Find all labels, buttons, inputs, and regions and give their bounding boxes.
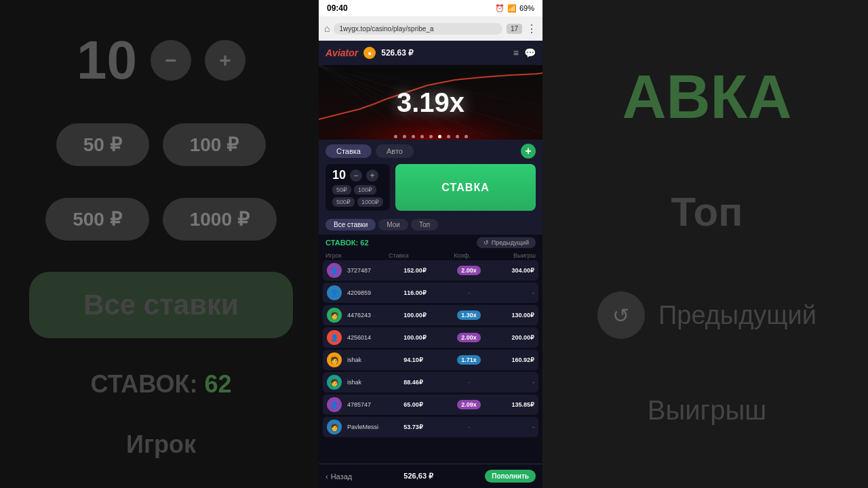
coef-dash: - xyxy=(468,424,470,430)
bg-50-btn[interactable]: 50 ₽ xyxy=(56,123,149,166)
bg-stavok-label: СТАВОК: xyxy=(91,370,198,399)
filter-top[interactable]: Топ xyxy=(411,219,438,230)
player-name: ishak xyxy=(344,357,401,363)
browser-bar: ⌂ 1wygx.top/casino/play/spribe_a 17 ⋮ xyxy=(319,16,542,41)
table-row: 🧑PavleMessi53.73₽-- xyxy=(323,417,538,437)
avatar: 👤 xyxy=(327,330,342,345)
filter-tabs: Все ставки Мои Топ xyxy=(319,215,542,235)
dot-6 xyxy=(438,135,441,138)
filter-all[interactable]: Все ставки xyxy=(326,219,376,230)
dot-1 xyxy=(394,135,397,138)
table-row: 👤4209859116.00₽-- xyxy=(323,283,538,303)
dot-3 xyxy=(412,135,415,138)
bg-minus-btn[interactable]: − xyxy=(151,40,191,81)
bg-history-icon: ↺ xyxy=(597,291,645,339)
win-cell: 200.00₽ xyxy=(490,334,534,341)
coin-icon: ● xyxy=(363,47,376,59)
player-name: 4256014 xyxy=(344,334,401,341)
bg-vigrysh-text: Выигрыш xyxy=(648,395,766,426)
dot-2 xyxy=(403,135,406,138)
bet-minus-btn[interactable]: − xyxy=(350,169,362,182)
bet-amount-cell: 94.10₽ xyxy=(403,357,448,363)
bet-amount-cell: 100.00₽ xyxy=(403,312,448,319)
bets-count-label: СТАВОК: 62 xyxy=(326,239,369,247)
bg-quick-bets: 50 ₽ 100 ₽ xyxy=(56,123,266,166)
url-bar[interactable]: 1wygx.top/casino/play/spribe_a xyxy=(334,23,502,35)
coef-cell: 2.09x xyxy=(451,400,487,409)
bg-all-bets-btn[interactable]: Все ставки xyxy=(29,272,293,338)
bg-500-btn[interactable]: 500 ₽ xyxy=(45,198,149,241)
coef-cell: - xyxy=(451,289,487,296)
deposit-button[interactable]: Пополнить xyxy=(485,470,536,483)
dot-5 xyxy=(429,135,433,138)
bg-100-btn[interactable]: 100 ₽ xyxy=(163,123,267,166)
bet-amount-cell: 116.00₽ xyxy=(403,289,448,296)
dot-7 xyxy=(447,135,450,138)
win-cell: - xyxy=(490,379,534,386)
betting-area: Ставка Авто + 10 − + 50₽ 100₽ 500₽ xyxy=(319,140,542,215)
alarm-icon: ⏰ xyxy=(495,4,505,13)
tab-stavka[interactable]: Ставка xyxy=(326,144,372,158)
dot-9 xyxy=(465,135,468,138)
coef-cell: 2.00x xyxy=(451,333,487,342)
bg-quick-bets-2: 500 ₽ 1000 ₽ xyxy=(45,198,277,241)
prev-round-btn[interactable]: ↺ Предыдущий xyxy=(477,237,536,248)
col-win-header: Выигрш xyxy=(484,252,536,259)
back-button[interactable]: ‹ Назад xyxy=(326,472,352,481)
bet-amount-cell: 53.73₽ xyxy=(403,424,448,430)
win-cell: - xyxy=(490,289,534,296)
column-headers: Игрок Ставка Коэф. Выигрш xyxy=(319,251,542,260)
win-cell: 304.00₽ xyxy=(490,267,534,274)
dot-8 xyxy=(456,135,459,138)
game-area: 3.19x xyxy=(319,65,542,140)
bet-plus-btn[interactable]: + xyxy=(366,169,378,182)
signal-icon: 📶 xyxy=(507,4,517,13)
coef-cell: - xyxy=(451,379,487,386)
browser-menu-icon[interactable]: ⋮ xyxy=(526,22,537,35)
bg-plus-btn[interactable]: + xyxy=(205,40,245,81)
coef-badge: 2.00x xyxy=(457,266,481,275)
history-icon: ↺ xyxy=(484,239,489,246)
tab-counter[interactable]: 17 xyxy=(507,24,522,34)
player-name: 4209859 xyxy=(344,289,401,296)
battery-icon: 69% xyxy=(519,4,534,12)
app-header: Aviator ● 526.63 ₽ ≡ 💬 xyxy=(319,41,542,65)
add-tab-btn[interactable]: + xyxy=(521,144,536,159)
avatar: 👤 xyxy=(327,285,342,300)
win-cell: 130.00₽ xyxy=(490,312,534,319)
quick-bet-1000[interactable]: 1000₽ xyxy=(357,197,383,207)
col-coef-header: Коэф. xyxy=(441,252,484,259)
quick-bets-row: 50₽ 100₽ xyxy=(332,185,383,195)
bet-row: 10 − + 50₽ 100₽ 500₽ 1000₽ СТАВКА xyxy=(326,164,536,211)
list-area: Все ставки Мои Топ СТАВОК: 62 ↺ Предыдущ… xyxy=(319,215,542,464)
quick-bet-500[interactable]: 500₽ xyxy=(332,197,355,207)
bg-1000-btn[interactable]: 1000 ₽ xyxy=(163,198,277,241)
win-cell: 160.92₽ xyxy=(490,357,534,363)
quick-bet-100[interactable]: 100₽ xyxy=(354,185,376,195)
bet-amount-cell: 100.00₽ xyxy=(403,334,448,341)
filter-mine[interactable]: Мои xyxy=(378,219,408,230)
background-right: АВКА Топ ↺ Предыдущий Выигрыш xyxy=(546,0,868,488)
bottom-nav: ‹ Назад 526,63 ₽ Пополнить xyxy=(319,464,542,488)
table-row: 👤478574765.00₽2.09x135.85₽ xyxy=(323,394,538,415)
avatar: 🧑 xyxy=(327,352,342,367)
tab-avto[interactable]: Авто xyxy=(376,144,414,158)
back-chevron-icon: ‹ xyxy=(326,472,328,481)
table-row: 👤4256014100.00₽2.00x200.00₽ xyxy=(323,327,538,348)
stavka-button[interactable]: СТАВКА xyxy=(395,164,536,211)
player-name: 3727487 xyxy=(344,267,401,274)
dot-4 xyxy=(420,135,424,138)
home-icon[interactable]: ⌂ xyxy=(324,23,330,34)
status-time: 09:40 xyxy=(327,3,348,13)
dots-row xyxy=(319,135,542,138)
bet-amount-cell: 152.00₽ xyxy=(403,267,448,274)
win-cell: - xyxy=(490,424,534,430)
player-name: ishak xyxy=(344,379,401,386)
avatar: 👤 xyxy=(327,263,342,278)
quick-bet-50[interactable]: 50₽ xyxy=(332,185,351,195)
chat-icon[interactable]: 💬 xyxy=(524,47,536,58)
bet-amount-cell: 65.00₽ xyxy=(403,401,448,408)
header-icons: ≡ 💬 xyxy=(513,47,536,58)
menu-icon[interactable]: ≡ xyxy=(513,47,519,58)
player-name: PavleMessi xyxy=(344,424,401,430)
